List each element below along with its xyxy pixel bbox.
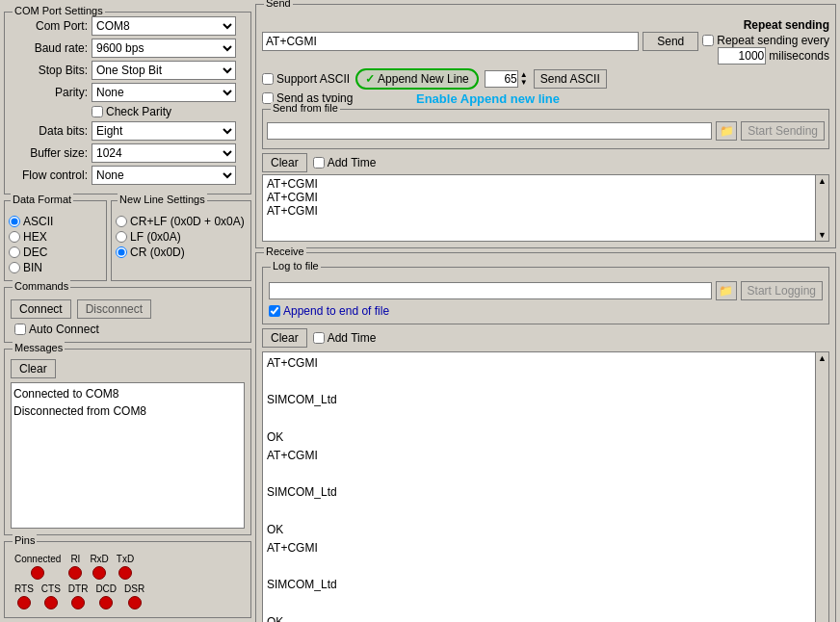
pin-dtr-label: DTR: [68, 583, 89, 594]
hex-label: HEX: [23, 230, 47, 244]
receive-line: [267, 594, 813, 612]
bin-radio[interactable]: [9, 262, 20, 273]
pin-rxd: RxD: [90, 554, 108, 580]
send-button[interactable]: Send: [643, 32, 698, 51]
receive-output-content: AT+CGMI SIMCOM_Ltd OK AT+CGMI SIMCOM_Ltd…: [263, 352, 828, 622]
log-file-input[interactable]: [269, 282, 712, 299]
commands-group: Commands Connect Disconnect Auto Connect: [4, 287, 251, 343]
send-input[interactable]: [262, 32, 639, 51]
receive-line: [267, 465, 813, 483]
stop-bits-label: Stop Bits:: [11, 64, 88, 77]
send-file-browse-button[interactable]: 📁: [716, 121, 737, 141]
append-to-end-checkbox[interactable]: [269, 305, 280, 317]
pin-connected: Connected: [14, 554, 61, 580]
com-port-settings-group: COM Port Settings Com Port: COM8 Baud ra…: [4, 12, 251, 194]
scroll-up-arrow[interactable]: ▲: [816, 175, 828, 187]
receive-line: OK: [267, 428, 813, 447]
pin-dcd: DCD: [95, 583, 117, 609]
repeat-interval-input[interactable]: [718, 47, 766, 65]
pin-rxd-led: [92, 566, 106, 580]
pin-dsr-led: [128, 596, 142, 609]
flow-control-select[interactable]: None: [92, 166, 236, 185]
receive-line: AT+CGMI: [267, 354, 813, 373]
pins-title: Pins: [13, 534, 37, 546]
scroll-down-arrow[interactable]: ▼: [816, 229, 828, 241]
data-bits-label: Data bits:: [11, 124, 88, 138]
pin-cts: CTS: [41, 583, 61, 609]
baud-rate-select[interactable]: 9600 bps: [92, 39, 236, 58]
crlf-label: CR+LF (0x0D + 0x0A): [130, 215, 245, 228]
folder-icon: 📁: [720, 124, 734, 138]
lf-radio[interactable]: [116, 231, 127, 243]
receive-line: [267, 373, 813, 391]
disconnect-button[interactable]: Disconnect: [77, 299, 151, 319]
start-sending-button[interactable]: Start Sending: [741, 121, 825, 141]
messages-clear-button[interactable]: Clear: [11, 359, 56, 378]
parity-select[interactable]: None: [92, 83, 236, 102]
send-output-scrollbar[interactable]: ▲ ▼: [815, 175, 828, 241]
support-ascii-label[interactable]: Support ASCII: [262, 72, 350, 86]
ascii-label: ASCII: [23, 215, 53, 228]
send-output: AT+CGMI AT+CGMI AT+CGMI ▲ ▼: [262, 174, 829, 242]
crlf-radio[interactable]: [116, 216, 127, 227]
pin-ri: RI: [68, 554, 82, 580]
check-parity-checkbox[interactable]: [92, 106, 103, 117]
dec-radio[interactable]: [9, 246, 20, 258]
receive-title: Receive: [264, 246, 306, 257]
repeat-sending-section: Repeat sending Repeat sending every mili…: [702, 18, 829, 65]
connect-button[interactable]: Connect: [11, 299, 71, 319]
send-add-time-checkbox[interactable]: [313, 157, 325, 168]
send-file-input[interactable]: [267, 122, 712, 140]
pin-dsr-label: DSR: [124, 583, 144, 594]
spinbox-up[interactable]: ▲▼: [520, 71, 528, 87]
pin-ri-led: [68, 566, 82, 580]
data-bits-select[interactable]: Eight: [92, 121, 236, 141]
bin-label: BIN: [23, 261, 42, 274]
buffer-size-select[interactable]: 1024: [92, 143, 236, 163]
receive-add-time-label[interactable]: Add Time: [313, 331, 377, 345]
receive-clear-button[interactable]: Clear: [262, 328, 307, 348]
log-file-browse-button[interactable]: 📁: [716, 281, 737, 300]
receive-add-time-checkbox[interactable]: [313, 332, 325, 344]
com-port-select[interactable]: COM8: [92, 16, 236, 36]
send-add-time-label[interactable]: Add Time: [313, 156, 377, 169]
pins-group: Pins Connected RI RxD TxD: [4, 541, 251, 618]
check-parity-checkbox-label[interactable]: Check Parity: [92, 105, 171, 118]
pin-rts-label: RTS: [14, 583, 34, 594]
ascii-size-input[interactable]: [485, 70, 518, 88]
pin-dtr-led: [71, 596, 85, 609]
check-parity-label: Check Parity: [106, 105, 171, 118]
receive-line: SIMCOM_Ltd: [267, 483, 813, 502]
receive-output-scrollbar[interactable]: ▲ ▼: [815, 352, 828, 622]
support-ascii-checkbox[interactable]: [262, 73, 274, 85]
repeat-sending-checkbox[interactable]: [702, 35, 714, 46]
send-ascii-button[interactable]: Send ASCII: [534, 69, 607, 89]
messages-title: Messages: [13, 342, 65, 353]
pin-rts: RTS: [14, 583, 34, 609]
milliseconds-label: miliseconds: [769, 49, 829, 63]
send-clear-button[interactable]: Clear: [262, 153, 307, 172]
append-new-line-label: Append New Line: [378, 72, 469, 86]
cr-radio[interactable]: [116, 246, 127, 258]
receive-line: [267, 557, 813, 576]
repeat-every-label: Repeat sending every: [717, 34, 829, 47]
pin-dsr: DSR: [124, 583, 144, 609]
auto-connect-checkbox[interactable]: [14, 324, 26, 335]
pin-rxd-label: RxD: [90, 554, 108, 564]
receive-scroll-up-arrow[interactable]: ▲: [816, 352, 828, 364]
hex-radio[interactable]: [9, 231, 20, 243]
pin-txd-led: [118, 566, 132, 580]
ascii-radio[interactable]: [9, 216, 20, 227]
receive-output: AT+CGMI SIMCOM_Ltd OK AT+CGMI SIMCOM_Ltd…: [262, 351, 829, 622]
dec-label: DEC: [23, 246, 47, 259]
scroll-thumb: [816, 187, 828, 229]
message-line: Disconnected from COM8: [13, 402, 242, 420]
pin-cts-led: [44, 596, 58, 609]
receive-line: AT+CGMI: [267, 447, 813, 465]
receive-line: AT+CGMI: [267, 539, 813, 557]
append-to-end-label: Append to end of file: [283, 304, 389, 318]
stop-bits-select[interactable]: One Stop Bit: [92, 61, 236, 80]
pin-rts-led: [17, 596, 31, 609]
receive-line: OK: [267, 521, 813, 539]
start-logging-button[interactable]: Start Logging: [741, 281, 823, 300]
